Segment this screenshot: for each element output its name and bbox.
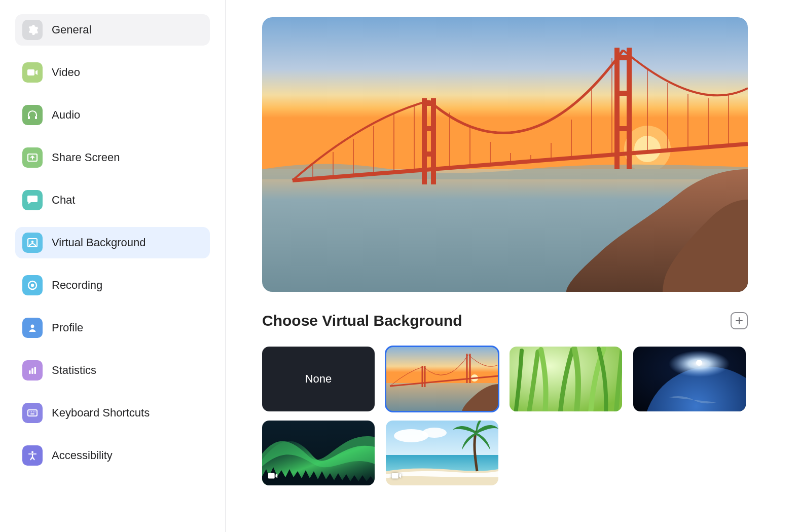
person-icon	[22, 318, 43, 338]
virtual-background-panel: Choose Virtual Background None	[226, 0, 799, 532]
svg-rect-8	[29, 370, 31, 374]
sidebar-item-profile[interactable]: Profile	[15, 312, 210, 344]
svg-point-67	[696, 360, 702, 366]
background-preview	[262, 17, 748, 292]
sidebar-item-label: Recording	[52, 279, 102, 292]
sidebar-item-label: Video	[52, 66, 80, 79]
video-camera-icon	[22, 62, 43, 83]
sidebar-item-chat[interactable]: Chat	[15, 184, 210, 216]
sidebar-item-general[interactable]: General	[15, 14, 210, 46]
svg-rect-16	[30, 413, 34, 414]
sidebar-item-label: Profile	[52, 321, 83, 334]
sidebar-item-statistics[interactable]: Statistics	[15, 355, 210, 386]
sidebar-item-label: Keyboard Shortcuts	[52, 406, 150, 420]
sidebar-item-label: Statistics	[52, 364, 96, 377]
sidebar-item-virtual-background[interactable]: Virtual Background	[15, 227, 210, 258]
svg-rect-10	[34, 367, 37, 374]
sidebar-item-label: Virtual Background	[52, 236, 146, 249]
sidebar-item-share-screen[interactable]: Share Screen	[15, 142, 210, 173]
sidebar-item-audio[interactable]: Audio	[15, 99, 210, 131]
record-icon	[22, 275, 43, 295]
video-badge-icon	[267, 470, 278, 481]
section-title: Choose Virtual Background	[262, 312, 462, 329]
sidebar-item-keyboard-shortcuts[interactable]: Keyboard Shortcuts	[15, 397, 210, 429]
accessibility-icon	[22, 445, 43, 466]
sidebar-item-accessibility[interactable]: Accessibility	[15, 440, 210, 471]
none-label: None	[305, 372, 332, 386]
svg-rect-9	[31, 368, 33, 374]
settings-sidebar: General Video Audio Share Screen Chat	[0, 0, 226, 532]
svg-point-6	[31, 284, 34, 287]
svg-point-17	[31, 451, 33, 453]
share-screen-icon	[22, 147, 43, 168]
svg-point-12	[29, 411, 30, 412]
sidebar-item-label: Audio	[52, 108, 80, 122]
background-option-grass[interactable]	[510, 347, 622, 411]
svg-point-71	[422, 428, 447, 438]
sidebar-item-label: General	[52, 23, 91, 36]
svg-point-15	[34, 411, 35, 412]
sidebar-item-recording[interactable]: Recording	[15, 270, 210, 301]
svg-rect-55	[386, 347, 498, 386]
svg-rect-11	[28, 410, 37, 416]
chat-bubble-icon	[22, 190, 43, 210]
background-option-none[interactable]: None	[262, 347, 375, 411]
background-option-beach[interactable]	[386, 421, 498, 485]
image-icon	[22, 233, 43, 253]
svg-rect-18	[262, 17, 748, 179]
background-option-earth[interactable]	[633, 347, 746, 411]
sidebar-item-label: Accessibility	[52, 449, 113, 462]
bar-chart-icon	[22, 360, 43, 381]
plus-icon	[735, 316, 744, 325]
svg-point-7	[31, 325, 34, 328]
background-thumbnails: None	[262, 347, 753, 485]
keyboard-icon	[22, 403, 43, 423]
headphones-icon	[22, 105, 43, 125]
svg-rect-1	[35, 116, 37, 119]
sidebar-item-video[interactable]: Video	[15, 57, 210, 88]
sidebar-item-label: Chat	[52, 194, 75, 207]
add-background-button[interactable]	[731, 312, 748, 329]
gear-icon	[22, 20, 43, 40]
svg-point-13	[31, 411, 32, 412]
svg-point-4	[31, 241, 34, 243]
svg-point-14	[33, 411, 34, 412]
sidebar-item-label: Share Screen	[52, 151, 120, 164]
svg-rect-0	[28, 116, 30, 119]
background-option-aurora[interactable]	[262, 421, 375, 485]
background-option-bridge[interactable]	[386, 347, 498, 411]
video-badge-icon	[391, 470, 402, 481]
